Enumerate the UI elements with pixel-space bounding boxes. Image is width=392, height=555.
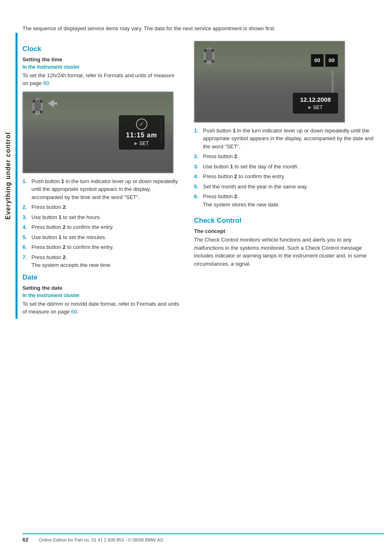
clock-sub-heading: Setting the time bbox=[22, 56, 182, 63]
blue-bar bbox=[16, 33, 18, 319]
cluster-time-display: 11:15 am bbox=[126, 132, 158, 139]
clock-instrument-image: ✓ 11:15 am ▶ SET W01-0140KAN bbox=[22, 92, 174, 173]
side-label-text: Everything under control bbox=[4, 132, 12, 219]
clock-section: Clock Setting the time In the instrument… bbox=[22, 45, 182, 269]
svg-marker-6 bbox=[48, 99, 57, 107]
clock-steps-list: 1. Push button 1 in the turn indicator l… bbox=[22, 177, 182, 269]
svg-point-10 bbox=[212, 49, 214, 52]
page-number: 62 bbox=[22, 537, 35, 543]
car-top-icon-right bbox=[201, 46, 217, 66]
footer-note: Online Edition for Part no. 01 41 2 600 … bbox=[39, 537, 163, 542]
clock-sub-sub-heading: In the instrument cluster bbox=[22, 64, 182, 70]
cluster-date-set-display: ▶ SET bbox=[300, 105, 331, 110]
date-steps-list: 1. Push button 1 in the turn indicator l… bbox=[194, 127, 382, 209]
date-sub-sub-heading: In the instrument cluster bbox=[22, 293, 182, 298]
cluster-date-display: 12.12.2008 bbox=[300, 96, 331, 103]
clock-step-5: 5. Use button 1 to set the minutes. bbox=[22, 233, 182, 242]
clock-step-1: 1. Push button 1 in the turn indicator l… bbox=[22, 177, 182, 201]
date-section: Date Setting the date In the instrument … bbox=[22, 273, 182, 316]
date-step-3: 3. Use button 1 to set the day of the mo… bbox=[194, 163, 382, 171]
date-step-6: 6. Press button 2.The system stores the … bbox=[194, 192, 382, 208]
svg-point-2 bbox=[33, 100, 35, 103]
clock-step-2: 2. Press button 2. bbox=[22, 203, 182, 211]
svg-rect-8 bbox=[206, 49, 212, 60]
svg-point-4 bbox=[33, 111, 35, 113]
cluster-set-display: ▶ SET bbox=[126, 141, 158, 146]
clock-page-link[interactable]: 60 bbox=[43, 80, 49, 86]
clock-step-3: 3. Use button 1 to set the hours. bbox=[22, 213, 182, 222]
turn-indicator-icon bbox=[46, 97, 58, 110]
check-control-section: Check Control The concept The Check Cont… bbox=[194, 217, 382, 268]
date-step-4: 4. Press button 2 to confirm the entry. bbox=[194, 172, 382, 181]
check-control-body: The Check Control monitors vehicle funct… bbox=[194, 236, 382, 268]
side-label: Everything under control bbox=[0, 33, 16, 319]
svg-point-11 bbox=[204, 60, 207, 63]
clock-step-6: 6. Press button 2 to confirm the entry. bbox=[22, 243, 182, 251]
col-right: 00 00 12.12.2008 ▶ SET W01- bbox=[194, 41, 382, 319]
date-page-link[interactable]: 60 bbox=[71, 309, 77, 315]
date-sub-heading: Setting the date bbox=[22, 285, 182, 291]
intro-text: The sequence of displayed service items … bbox=[22, 25, 382, 33]
date-heading: Date bbox=[22, 273, 182, 282]
svg-point-12 bbox=[212, 60, 214, 63]
image-watermark-right: W01-0150KAN bbox=[331, 71, 334, 92]
svg-point-3 bbox=[40, 100, 42, 103]
date-body-text: To set the dd/mm or mm/dd date format, r… bbox=[22, 300, 182, 316]
col-left: Clock Setting the time In the instrument… bbox=[22, 41, 182, 319]
svg-rect-1 bbox=[34, 100, 41, 111]
clock-step-7: 7. Press button 2.The system accepts the… bbox=[22, 253, 182, 269]
date-step-5: 5. Set the month and the year in the sam… bbox=[194, 183, 382, 191]
svg-point-9 bbox=[204, 49, 207, 52]
page-footer: 62 Online Edition for Part no. 01 41 2 6… bbox=[22, 533, 384, 543]
date-step-2: 2. Press button 2. bbox=[194, 152, 382, 161]
clock-body-text: To set the 12h/24h format, refer to Form… bbox=[22, 72, 182, 87]
check-control-sub-heading: The concept bbox=[194, 228, 382, 234]
date-step-1: 1. Push button 1 in the turn indicator l… bbox=[194, 127, 382, 151]
date-instrument-image: 00 00 12.12.2008 ▶ SET W01- bbox=[194, 41, 345, 123]
clock-step-4: 4. Press button 2 to confirm the entry. bbox=[22, 223, 182, 231]
main-content: The sequence of displayed service items … bbox=[22, 25, 382, 319]
page-container: Everything under control The sequence of… bbox=[0, 0, 392, 555]
car-top-icon bbox=[29, 96, 46, 117]
check-control-heading: Check Control bbox=[194, 217, 382, 225]
clock-heading: Clock bbox=[22, 45, 182, 53]
svg-point-5 bbox=[40, 111, 42, 113]
two-col-layout: Clock Setting the time In the instrument… bbox=[22, 41, 382, 319]
